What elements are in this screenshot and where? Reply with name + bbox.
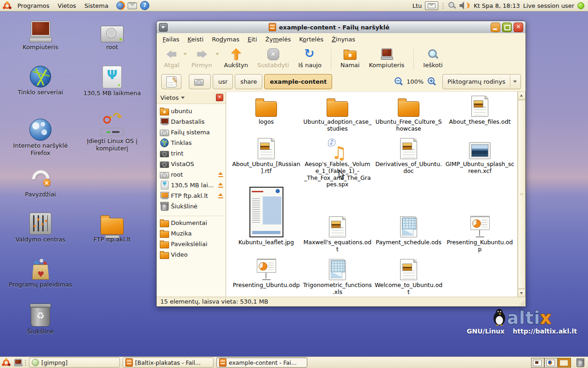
menubar-item[interactable]: Rodymas xyxy=(208,34,243,45)
desktop-icon-app-install[interactable]: Programų paleidimas xyxy=(8,257,73,288)
maximize-button[interactable] xyxy=(502,23,512,32)
search-applet-icon[interactable] xyxy=(448,1,456,10)
desktop-icon-install-linux[interactable]: Įdiegti Linux OS į kompiuterį xyxy=(80,113,144,152)
toolbar-button[interactable]: Sustabdyti xyxy=(253,46,294,73)
menu-programos[interactable]: Programos xyxy=(13,1,54,10)
file-grid[interactable]: logos Ubuntu_adoption_case_studies Ubunt… xyxy=(226,92,517,297)
file-item[interactable]: Payment_schedule.ods xyxy=(373,186,444,253)
menubar-item[interactable]: Žymelės xyxy=(261,34,295,45)
workspace-2[interactable] xyxy=(544,358,558,368)
file-item[interactable]: GIMP_Ubuntu_splash_screen.xcf xyxy=(444,137,515,188)
file-item[interactable]: logos xyxy=(231,95,302,132)
file-item[interactable]: Derivatives_of_Ubuntu.doc xyxy=(373,137,444,188)
file-item[interactable]: Kubuntu_leaflet.jpg xyxy=(231,186,302,253)
task-button[interactable]: [gimpng] xyxy=(29,357,120,368)
file-item[interactable]: Ubuntu_adoption_case_studies xyxy=(302,95,373,132)
menubar-item[interactable]: Eiti xyxy=(243,34,261,45)
breadcrumb-button[interactable]: share xyxy=(235,74,262,89)
desktop-icon-control-center[interactable]: Valdymo centras xyxy=(8,212,73,243)
sidebar-place[interactable]: Muzika xyxy=(157,228,226,239)
sidebar-place[interactable]: trint xyxy=(157,148,226,159)
sidebar-place[interactable]: ubuntu xyxy=(157,106,226,116)
file-item[interactable]: Aesop's_Fables,_Volume_1_(Fable_1)_-_The… xyxy=(302,137,373,188)
task-button[interactable]: [Baltix-plakatas - Fail... xyxy=(123,357,214,368)
breadcrumb-button[interactable]: example-content xyxy=(264,74,332,89)
scroll-down-icon[interactable] xyxy=(518,289,526,297)
zoom-in-icon[interactable] xyxy=(427,77,436,86)
scroll-up-icon[interactable] xyxy=(518,92,526,100)
sidebar-place[interactable]: Tinklas xyxy=(157,138,226,148)
keyboard-flag-icon[interactable] xyxy=(425,1,438,10)
help-launcher-icon[interactable] xyxy=(140,1,149,10)
window-titlebar[interactable]: example-content - Failų naršyklė xyxy=(157,21,526,34)
file-item[interactable]: Trigonometric_functions.xls xyxy=(302,258,373,296)
desktop-icon-network-servers[interactable]: Tinklo serveriai xyxy=(8,64,73,96)
task-button[interactable]: example-content - Fai... xyxy=(216,357,307,368)
minimize-button[interactable] xyxy=(491,23,500,32)
file-item[interactable]: Welcome_to_Ubuntu.odt xyxy=(373,258,444,296)
sidebar-place[interactable]: root xyxy=(157,169,226,180)
toolbar-button[interactable]: Ieškoti xyxy=(418,46,447,73)
sidebar-place[interactable]: Darbastalis xyxy=(157,116,226,127)
eject-icon[interactable] xyxy=(218,172,224,177)
desktop-icon-examples[interactable]: Pavyzdžiai xyxy=(8,167,73,198)
trash-applet-icon[interactable] xyxy=(577,358,584,367)
breadcrumb-button[interactable]: usr xyxy=(213,74,233,89)
eject-icon[interactable] xyxy=(218,183,224,188)
sidebar-place[interactable]: Paveikslėliai xyxy=(157,239,226,249)
file-item[interactable]: Maxwell's_equations.odt xyxy=(302,186,373,253)
chevron-down-icon[interactable] xyxy=(183,53,187,55)
breadcrumb-button[interactable] xyxy=(189,74,211,89)
file-item[interactable]: Presenting_Kubuntu.odp xyxy=(444,186,515,253)
desktop-icon-trash[interactable]: Šiukšlinė xyxy=(8,304,73,335)
menu-vietos[interactable]: Vietos xyxy=(54,1,80,10)
show-desktop-icon[interactable] xyxy=(14,359,22,366)
menubar-item[interactable]: Keisti xyxy=(183,34,208,45)
menubar-item[interactable]: Failas xyxy=(158,34,183,45)
toolbar-button[interactable] xyxy=(331,49,331,70)
toolbar-button[interactable]: Pirmyn xyxy=(187,46,220,73)
edit-location-button[interactable] xyxy=(161,74,181,89)
email-launcher-icon[interactable] xyxy=(128,2,137,9)
file-item[interactable]: Presenting_Ubuntu.odp xyxy=(231,258,302,296)
sidebar-place[interactable]: 130,5 MB lai... xyxy=(157,180,226,190)
sidebar-place[interactable]: Šiukšlinė xyxy=(157,201,226,212)
menubar-item[interactable]: Žinynas xyxy=(328,34,359,45)
menu-sistema[interactable]: Sistema xyxy=(80,1,113,10)
eject-icon[interactable] xyxy=(218,193,224,198)
volume-icon[interactable] xyxy=(459,1,470,10)
session-status-icon[interactable] xyxy=(577,2,584,9)
sidebar-close-icon[interactable] xyxy=(216,94,223,101)
toolbar-button[interactable]: Kompiuteris xyxy=(364,46,409,73)
sidebar-place[interactable]: Video xyxy=(157,249,226,260)
keyboard-layout-indicator[interactable]: Ltu xyxy=(413,2,422,9)
file-item[interactable]: About_these_files.odt xyxy=(444,95,515,132)
workspace-3[interactable] xyxy=(558,358,571,368)
scrollbar-thumb[interactable] xyxy=(518,100,526,289)
sidebar-place[interactable]: VistaOS xyxy=(157,159,226,169)
user-switcher[interactable]: Live session user xyxy=(523,2,574,9)
sidebar-header[interactable]: Vietos xyxy=(157,92,226,104)
sidebar-place[interactable] xyxy=(159,213,223,216)
workspace-1[interactable] xyxy=(531,358,544,368)
toolbar-button[interactable]: Atgal xyxy=(159,46,187,73)
vertical-scrollbar[interactable] xyxy=(517,92,526,297)
close-button[interactable] xyxy=(514,23,523,32)
toolbar-button[interactable]: Namai xyxy=(336,46,364,73)
desktop-icon-usb-media[interactable]: 130,5 MB laikmena xyxy=(80,65,144,97)
desktop-icon-ftp[interactable]: FTP ftp.akl.lt xyxy=(80,212,144,243)
sidebar-place[interactable]: Dokumentai xyxy=(157,218,226,228)
zoom-out-icon[interactable] xyxy=(394,77,403,86)
sidebar-place[interactable]: FTP ftp.akl.lt xyxy=(157,190,226,201)
toolbar-button[interactable]: Aukštyn xyxy=(219,46,252,73)
toolbar-button[interactable]: Iš naujo xyxy=(294,46,326,73)
menu-applet-icon[interactable] xyxy=(2,358,11,367)
distro-menu-icon[interactable] xyxy=(3,1,11,10)
desktop-icon-firefox[interactable]: Interneto naršyklė Firefox xyxy=(8,118,73,156)
chevron-down-icon[interactable] xyxy=(215,53,219,55)
toolbar-button[interactable] xyxy=(413,49,414,70)
view-mode-select[interactable]: Piktogramų rodinys xyxy=(442,74,521,89)
file-item[interactable]: About_Ubuntu_[Russian].rtf xyxy=(231,137,302,188)
firefox-launcher-icon[interactable] xyxy=(116,1,124,10)
file-item[interactable]: Ubuntu_Free_Culture_Showcase xyxy=(373,95,444,132)
